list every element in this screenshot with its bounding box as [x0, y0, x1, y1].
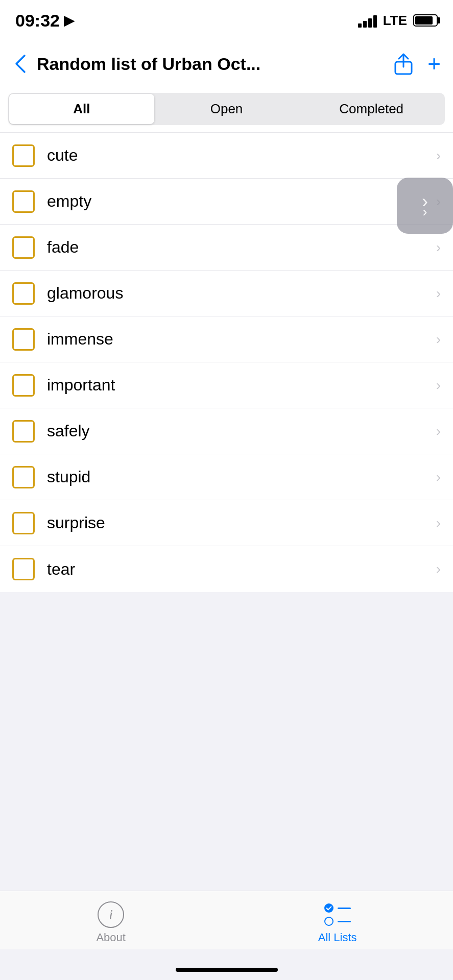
checkbox-fade[interactable] [12, 236, 35, 259]
segment-inner: All Open Completed [8, 93, 445, 125]
tab-about[interactable]: i About [96, 901, 126, 944]
item-label: stupid [47, 468, 436, 486]
item-label: empty [47, 192, 436, 211]
list-item[interactable]: cute › [0, 133, 453, 179]
chevron-right-icon: › [436, 239, 441, 256]
time-label: 09:32 [15, 11, 60, 31]
chevron-right-icon: › [436, 331, 441, 348]
item-label: safely [47, 422, 436, 440]
tab-completed[interactable]: Completed [299, 94, 444, 124]
status-right: LTE [358, 13, 438, 29]
add-button[interactable]: + [427, 51, 441, 77]
status-bar: 09:32 ▶ LTE [0, 0, 453, 41]
tab-all[interactable]: All [9, 94, 154, 124]
chevron-right-icon: › [436, 285, 441, 302]
location-arrow-icon: ▶ [64, 13, 74, 29]
list-item[interactable]: fade › [0, 225, 453, 271]
checkbox-safely[interactable] [12, 420, 35, 443]
scroll-float-button[interactable]: › › [397, 178, 453, 234]
chevron-right-icon: › [436, 469, 441, 485]
list-item[interactable]: tear › [0, 546, 453, 592]
list-item[interactable]: glamorous › [0, 271, 453, 316]
item-label: glamorous [47, 284, 436, 303]
checkbox-surprise[interactable] [12, 512, 35, 534]
page-title: Random list of Urban Oct... [37, 54, 386, 74]
item-label: cute [47, 146, 436, 165]
list-item[interactable]: empty › [0, 179, 453, 225]
list-item[interactable]: important › [0, 362, 453, 408]
checkbox-important[interactable] [12, 374, 35, 397]
checkbox-glamorous[interactable] [12, 282, 35, 305]
signal-icon [358, 13, 377, 28]
chevron-right-icon: › [436, 148, 441, 164]
tab-all-lists[interactable]: All Lists [318, 901, 357, 944]
battery-icon [413, 14, 438, 27]
scroll-chevron-icon-2: › [422, 205, 427, 219]
tab-bar: i About All Lists [0, 891, 453, 949]
chevron-right-icon: › [436, 515, 441, 531]
item-label: fade [47, 238, 436, 257]
checkbox-empty[interactable] [12, 190, 35, 213]
lte-label: LTE [383, 13, 407, 29]
tab-all-lists-label: All Lists [318, 931, 357, 944]
segment-control: All Open Completed [0, 87, 453, 133]
header: Random list of Urban Oct... + [0, 41, 453, 87]
info-icon: i [98, 901, 124, 928]
home-indicator [176, 968, 278, 972]
list-item[interactable]: safely › [0, 408, 453, 454]
list-item[interactable]: surprise › [0, 500, 453, 546]
share-button[interactable] [394, 53, 413, 75]
list-item[interactable]: immense › [0, 316, 453, 362]
item-label: surprise [47, 513, 436, 532]
checkbox-stupid[interactable] [12, 466, 35, 488]
checkbox-cute[interactable] [12, 144, 35, 167]
chevron-right-icon: › [436, 561, 441, 577]
list-item[interactable]: stupid › [0, 454, 453, 500]
about-icon: i [98, 901, 124, 928]
checkbox-tear[interactable] [12, 558, 35, 580]
tab-about-label: About [96, 931, 126, 944]
item-label: immense [47, 330, 436, 349]
status-time: 09:32 ▶ [15, 11, 74, 31]
checkbox-immense[interactable] [12, 328, 35, 351]
item-label: important [47, 376, 436, 395]
all-lists-icon [324, 901, 351, 928]
chevron-right-icon: › [436, 377, 441, 394]
tab-open[interactable]: Open [154, 94, 299, 124]
chevron-right-icon: › [436, 423, 441, 439]
item-label: tear [47, 560, 436, 579]
header-actions: + [394, 51, 441, 77]
back-button[interactable] [12, 52, 29, 76]
list-container: cute › empty › fade › glamorous › immens… [0, 133, 453, 592]
